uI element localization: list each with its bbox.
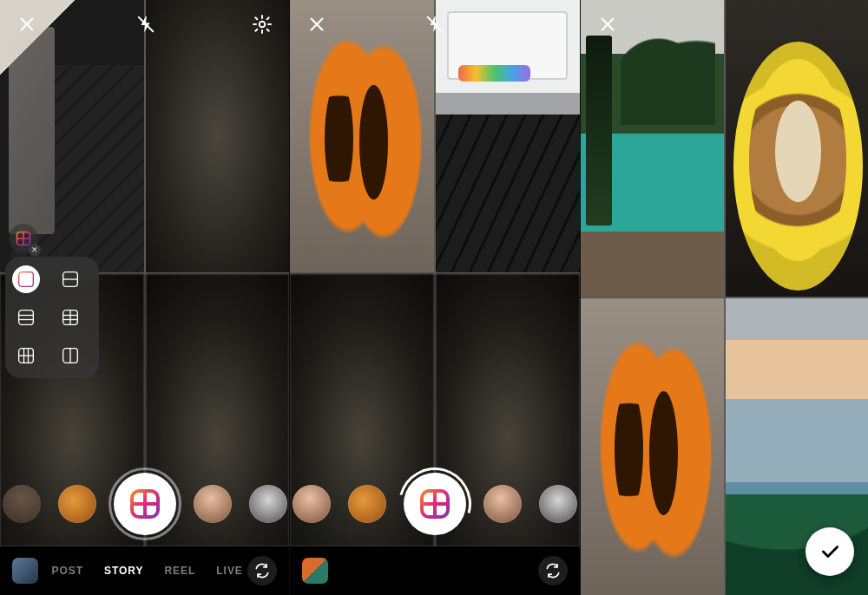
layout-option-2x3[interactable] xyxy=(56,304,84,331)
switch-camera-button[interactable] xyxy=(538,556,568,585)
effect-food[interactable] xyxy=(348,485,386,523)
screen-layout-complete xyxy=(580,0,868,595)
bottom-bar: POST STORY REEL LIVE xyxy=(0,546,289,595)
mode-live[interactable]: LIVE xyxy=(216,565,243,577)
layout-option-rows-3[interactable] xyxy=(12,304,40,331)
close-button[interactable] xyxy=(595,11,621,37)
gallery-button[interactable] xyxy=(12,558,38,584)
tile-papaya[interactable] xyxy=(581,298,725,595)
mode-story[interactable]: STORY xyxy=(104,565,143,577)
layout-option-3x2[interactable] xyxy=(12,342,40,369)
effect-face[interactable] xyxy=(3,485,41,523)
layout-option-rows-2[interactable] xyxy=(56,265,84,293)
layout-button[interactable]: ✕ xyxy=(9,224,38,253)
close-button[interactable] xyxy=(304,11,330,37)
screen-layout-picker: ✕ POST STORY REEL LIVE xyxy=(0,0,289,595)
close-button[interactable] xyxy=(14,11,40,37)
effect-alien[interactable] xyxy=(539,485,577,523)
effect-face-2[interactable] xyxy=(483,485,522,523)
effects-carousel[interactable] xyxy=(290,467,579,541)
flash-off-icon[interactable] xyxy=(133,11,159,37)
effect-food[interactable] xyxy=(58,485,96,523)
top-bar xyxy=(581,0,868,49)
top-bar xyxy=(290,0,579,49)
screen-layout-capture xyxy=(289,0,579,595)
layout-grid xyxy=(581,0,868,595)
effect-face[interactable] xyxy=(293,485,331,523)
layout-option-cols-2[interactable] xyxy=(56,342,84,369)
mode-post[interactable]: POST xyxy=(51,565,83,577)
effects-carousel[interactable] xyxy=(0,467,289,541)
layout-option-2x2[interactable] xyxy=(12,265,40,293)
flash-off-icon[interactable] xyxy=(422,11,448,37)
confirm-button[interactable] xyxy=(806,527,854,576)
svg-rect-7 xyxy=(19,311,34,325)
layout-grid xyxy=(290,0,579,546)
layout-options-popover xyxy=(5,257,99,378)
mode-reel[interactable]: REEL xyxy=(164,565,195,577)
shutter-button[interactable] xyxy=(114,473,176,535)
gallery-button[interactable] xyxy=(302,558,328,584)
svg-point-0 xyxy=(260,22,266,28)
layout-close-icon[interactable]: ✕ xyxy=(29,244,41,256)
settings-button[interactable] xyxy=(249,11,275,37)
top-bar xyxy=(0,0,289,49)
shutter-button[interactable] xyxy=(404,473,466,535)
effect-alien[interactable] xyxy=(249,485,287,523)
effect-face-2[interactable] xyxy=(194,485,232,523)
switch-camera-button[interactable] xyxy=(247,556,277,585)
bottom-bar xyxy=(290,546,579,595)
capture-modes[interactable]: POST STORY REEL LIVE xyxy=(47,565,247,577)
